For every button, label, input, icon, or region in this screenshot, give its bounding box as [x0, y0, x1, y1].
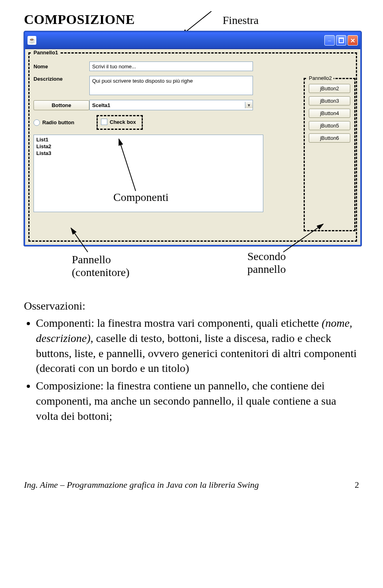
scelta-combobox[interactable]: Scelta1 ▼	[89, 100, 253, 110]
observation-item-2: Composizione: la finestra contiene un pa…	[36, 378, 359, 423]
radio-button[interactable]: Radio button	[34, 119, 89, 126]
jbutton6[interactable]: jButton6	[309, 133, 350, 143]
swing-window: ☕ _ ✕ Pannello1 Nome Descrizione	[24, 31, 361, 246]
svg-line-2	[71, 228, 88, 252]
combobox-value: Scelta1	[92, 102, 111, 108]
list-item[interactable]: Lista3	[36, 150, 261, 157]
close-button[interactable]: ✕	[347, 35, 358, 46]
svg-line-1	[119, 139, 136, 191]
jbutton3[interactable]: jButton3	[309, 96, 350, 105]
radio-icon	[34, 119, 40, 126]
annotation-pannello: Pannello (contenitore)	[72, 253, 130, 279]
descrizione-label: Descrizione	[34, 76, 89, 82]
bottone-button[interactable]: Bottone	[34, 100, 89, 110]
window-titlebar: ☕ _ ✕	[25, 32, 360, 49]
observation-item-1: Componenti: la finestra mostra vari comp…	[36, 316, 359, 376]
panel1-title: Pannello1	[32, 50, 59, 56]
checkbox[interactable]: Check box	[101, 119, 136, 125]
checkbox-icon	[101, 119, 107, 125]
checkbox-label: Check box	[110, 119, 136, 125]
maximize-button[interactable]	[336, 35, 346, 46]
panel2-title: Pannello2	[307, 75, 334, 81]
nome-input[interactable]	[89, 62, 253, 71]
observations-list: Componenti: la finestra mostra vari comp…	[36, 316, 359, 424]
checkbox-highlight-box: Check box	[97, 115, 143, 130]
radio-label: Radio button	[42, 119, 74, 125]
list-item[interactable]: List1	[36, 137, 261, 143]
page-title: COMPOSIZIONE	[24, 12, 135, 27]
svg-line-3	[283, 224, 323, 252]
jbutton5[interactable]: jButton5	[309, 121, 350, 130]
panel-pannello2: Pannello2 jButton2 jButton3 jButton4 jBu…	[304, 78, 355, 231]
chevron-down-icon: ▼	[245, 102, 253, 108]
descrizione-textarea[interactable]: Qui puoi scrivere testo disposto su più …	[89, 76, 253, 95]
page-number: 2	[355, 480, 359, 490]
minimize-button[interactable]: _	[324, 35, 335, 46]
list-item[interactable]: Lista2	[36, 143, 261, 150]
nome-label: Nome	[34, 64, 89, 70]
observations-heading: Osservazioni:	[24, 300, 359, 312]
footer-text: Ing. Aime – Programmazione grafica in Ja…	[24, 480, 259, 490]
jbutton4[interactable]: jButton4	[309, 109, 350, 118]
annotation-secondo-pannello: Secondo pannello	[247, 250, 286, 276]
jbutton2[interactable]: jButton2	[309, 84, 350, 93]
java-icon: ☕	[28, 36, 36, 45]
